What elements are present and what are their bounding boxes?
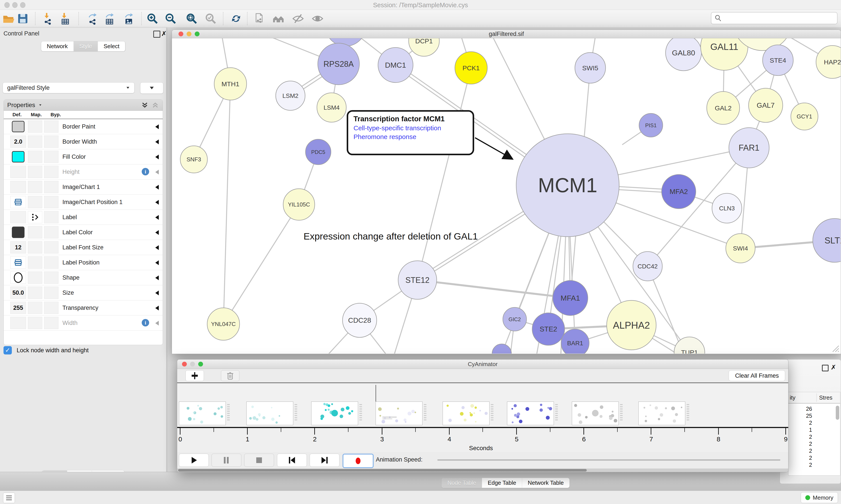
network-edge[interactable] [417, 68, 471, 280]
import-table-icon[interactable] [58, 12, 72, 25]
network-node-CDC28[interactable]: CDC28 [342, 303, 377, 337]
network-node-SNF3[interactable]: SNF3 [180, 146, 208, 173]
bypass-cell[interactable] [44, 241, 58, 254]
default-value-cell[interactable] [10, 181, 26, 193]
network-node-YIL105C[interactable]: YIL105C [283, 189, 315, 220]
refresh-icon[interactable] [229, 12, 243, 25]
mapping-cell[interactable] [28, 196, 42, 208]
property-row-label-color[interactable]: Label Color [4, 225, 163, 240]
tab-style[interactable]: Style [73, 41, 98, 51]
network-node-YNL047C[interactable]: YNL047C [207, 308, 239, 340]
property-row-height[interactable]: Heighti [4, 164, 163, 180]
collapse-all-icon[interactable] [151, 101, 159, 109]
property-row-label[interactable]: Label [4, 210, 163, 225]
network-node-BAR1[interactable]: BAR1 [561, 329, 589, 354]
expand-row-icon[interactable] [155, 230, 159, 235]
annotation-box[interactable]: Transcription factor MCM1 Cell-type-spec… [347, 110, 474, 155]
expand-all-icon[interactable] [141, 101, 149, 109]
cyanimator-titlebar[interactable]: CyAnimator [177, 360, 788, 369]
network-node-GAL11[interactable]: GAL11 [701, 38, 748, 70]
mapping-cell[interactable] [28, 181, 42, 193]
results-table-header[interactable]: ity Stres [788, 392, 840, 403]
property-row-transparency[interactable]: 255Transparency [4, 300, 163, 316]
mapping-cell[interactable] [28, 302, 42, 314]
style-options-button[interactable] [140, 82, 163, 94]
network-node-MCM1[interactable]: MCM1 [516, 134, 619, 237]
mapping-cell[interactable] [28, 166, 42, 178]
float-window-icon[interactable] [153, 31, 160, 38]
network-node-RPS28A[interactable]: RPS28A [318, 43, 359, 85]
results-table-cell[interactable]: 2 [794, 441, 812, 447]
import-network-icon[interactable] [41, 12, 55, 25]
expand-row-icon[interactable] [155, 185, 159, 190]
default-value-cell[interactable] [10, 317, 26, 329]
default-value-cell[interactable]: 12 [10, 241, 26, 254]
export-image-icon[interactable] [122, 12, 136, 25]
property-row-label-position[interactable]: Label Position [4, 255, 163, 270]
network-edge[interactable] [417, 280, 570, 298]
default-value-cell[interactable] [10, 211, 26, 223]
default-value-cell[interactable]: 255 [10, 302, 26, 314]
frame-3-thumbnail[interactable] [311, 401, 358, 425]
network-node-GCY1[interactable]: GCY1 [791, 103, 818, 130]
results-table-cell[interactable]: 26 [794, 406, 812, 412]
network-node-SLT2[interactable]: SLT2 [813, 218, 841, 262]
default-value-cell[interactable]: 2.0 [10, 136, 26, 148]
search-box[interactable] [711, 12, 838, 24]
frame-grip[interactable] [359, 404, 362, 420]
network-node-GAL7[interactable]: GAL7 [749, 88, 783, 122]
expand-row-icon[interactable] [155, 275, 159, 280]
export-network-icon[interactable] [85, 12, 100, 25]
default-value-cell[interactable] [10, 121, 26, 133]
frame-7-thumbnail[interactable] [572, 401, 619, 425]
network-node-LSM2[interactable]: LSM2 [276, 81, 305, 110]
mapping-cell[interactable] [28, 256, 42, 269]
bypass-cell[interactable] [44, 271, 58, 284]
network-window-titlebar[interactable]: galFiltered.sif [172, 30, 841, 38]
delete-frame-button[interactable] [221, 370, 239, 381]
table-tab-network-table[interactable]: Network Table [522, 478, 569, 488]
network-edge[interactable] [223, 204, 299, 324]
network-node-DCP1[interactable]: DCP1 [409, 38, 439, 56]
scrollbar-thumb[interactable] [836, 406, 839, 420]
network-node-TUP1[interactable]: TUP1 [674, 337, 705, 354]
property-row-border-paint[interactable]: Border Paint [4, 119, 163, 134]
bypass-cell[interactable] [44, 226, 58, 238]
record-button[interactable] [342, 454, 374, 468]
tab-select[interactable]: Select [98, 41, 125, 51]
clear-all-frames-button[interactable]: Clear All Frames [729, 370, 785, 381]
results-table-cell[interactable]: 1 [794, 427, 812, 433]
frame-grip[interactable] [424, 404, 426, 420]
zoom-in-icon[interactable] [145, 12, 159, 25]
bypass-cell[interactable] [44, 211, 58, 223]
scrollbar-thumb[interactable] [178, 469, 587, 472]
network-node-STE4[interactable]: STE4 [763, 45, 793, 75]
network-canvas[interactable]: DCP1RPS28ADMC1PCK1SWI5GAL80GAL11STE4HAP2… [172, 38, 841, 354]
table-tab-edge-table[interactable]: Edge Table [482, 478, 522, 488]
results-table-cell[interactable]: 2 [794, 434, 812, 440]
network-node-STE12[interactable]: STE12 [398, 261, 437, 299]
frame-grip[interactable] [227, 404, 230, 420]
info-icon[interactable]: i [142, 319, 149, 326]
stop-button[interactable] [244, 454, 274, 467]
expand-row-icon[interactable] [155, 215, 159, 220]
tab-network[interactable]: Network [41, 41, 73, 51]
expand-row-icon[interactable] [155, 140, 159, 144]
mapping-cell[interactable] [28, 211, 42, 223]
frame-grip[interactable] [620, 404, 623, 420]
animation-speed-slider[interactable] [437, 459, 780, 461]
mapping-cell[interactable] [28, 287, 42, 299]
results-table-cell[interactable]: 2 [794, 462, 812, 468]
table-tab-node-table[interactable]: Node Table [442, 478, 482, 488]
zoom-out-icon[interactable] [164, 12, 178, 25]
network-node-SWI4[interactable]: SWI4 [726, 234, 755, 263]
frame-2-thumbnail[interactable] [246, 401, 293, 425]
expand-row-icon[interactable] [155, 306, 159, 310]
network-node-ALPHA2[interactable]: ALPHA2 [607, 300, 656, 350]
network-node-HAP2[interactable]: HAP2 [816, 46, 841, 78]
network-node-n_bot[interactable] [492, 344, 512, 354]
first-neighbors-icon[interactable] [272, 12, 286, 25]
network-node-STE2[interactable]: STE2 [532, 313, 565, 345]
mapping-cell[interactable] [28, 241, 42, 254]
network-node-LSM4[interactable]: LSM4 [317, 93, 346, 122]
